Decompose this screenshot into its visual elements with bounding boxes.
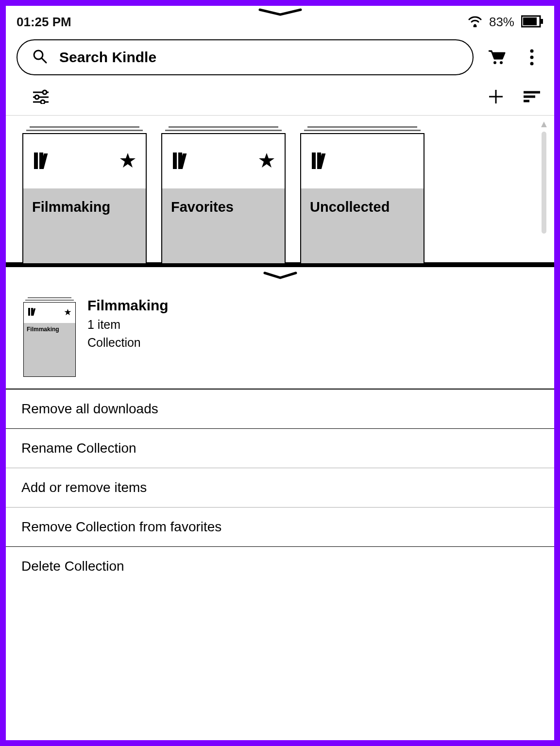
sort-button[interactable] [520, 85, 543, 108]
context-thumbnail: Filmmaking [23, 297, 76, 377]
clock: 01:25 PM [17, 15, 71, 30]
more-button[interactable] [520, 46, 543, 69]
search-input[interactable]: Search Kindle [17, 39, 474, 75]
status-bar: 01:25 PM 83% [6, 6, 554, 34]
scroll-up-icon: ▲ [539, 119, 549, 130]
svg-rect-31 [28, 308, 30, 316]
collection-card-filmmaking[interactable]: Filmmaking [22, 126, 147, 264]
collection-card-favorites[interactable]: Favorites [161, 126, 286, 264]
svg-rect-3 [541, 19, 543, 24]
collection-title: Favorites [171, 199, 276, 215]
chevron-down-icon[interactable] [256, 8, 305, 21]
collection-card-uncollected[interactable]: Uncollected [300, 126, 424, 264]
context-menu: Filmmaking Filmmaking 1 item Collection … [6, 267, 554, 740]
svg-point-10 [530, 62, 534, 66]
svg-point-9 [530, 56, 534, 59]
menu-remove-downloads[interactable]: Remove all downloads [6, 389, 554, 428]
context-header: Filmmaking Filmmaking 1 item Collection [6, 267, 554, 389]
chevron-down-icon[interactable] [261, 271, 300, 283]
svg-point-8 [530, 50, 534, 53]
svg-point-0 [474, 24, 476, 26]
battery-percentage: 83% [489, 15, 514, 30]
star-icon [119, 152, 136, 170]
search-placeholder: Search Kindle [59, 49, 156, 66]
svg-point-7 [500, 61, 503, 64]
svg-rect-28 [312, 153, 316, 169]
collection-title: Uncollected [310, 199, 415, 215]
search-row: Search Kindle [6, 34, 554, 80]
filter-button[interactable] [29, 85, 52, 108]
books-icon [311, 151, 334, 172]
books-icon [33, 151, 56, 172]
svg-point-14 [35, 95, 39, 99]
cart-button[interactable] [485, 46, 509, 69]
add-button[interactable] [484, 85, 508, 108]
context-type: Collection [87, 336, 169, 350]
toolbar [6, 80, 554, 115]
thumbnail-label: Filmmaking [27, 326, 72, 333]
menu-rename-collection[interactable]: Rename Collection [6, 428, 554, 468]
menu-add-remove-items[interactable]: Add or remove items [6, 468, 554, 507]
books-icon [28, 307, 38, 319]
wifi-icon [468, 16, 482, 29]
svg-point-12 [43, 90, 47, 94]
menu-remove-from-favorites[interactable]: Remove Collection from favorites [6, 507, 554, 546]
battery-icon [521, 15, 543, 30]
svg-rect-2 [523, 17, 537, 25]
svg-point-16 [41, 100, 45, 104]
star-icon [64, 308, 71, 318]
context-item-count: 1 item [87, 318, 169, 332]
search-icon [32, 49, 48, 66]
scrollbar[interactable]: ▲ [539, 119, 549, 234]
collections-grid: Filmmaking Favorites [6, 116, 554, 264]
context-menu-list: Remove all downloads Rename Collection A… [6, 389, 554, 586]
context-title: Filmmaking [87, 297, 169, 314]
collection-title: Filmmaking [32, 199, 137, 215]
books-icon [172, 151, 195, 172]
star-icon [258, 152, 275, 170]
svg-rect-22 [34, 153, 38, 169]
svg-point-6 [493, 61, 496, 64]
svg-rect-25 [173, 153, 177, 169]
svg-line-5 [42, 58, 46, 63]
menu-delete-collection[interactable]: Delete Collection [6, 546, 554, 586]
